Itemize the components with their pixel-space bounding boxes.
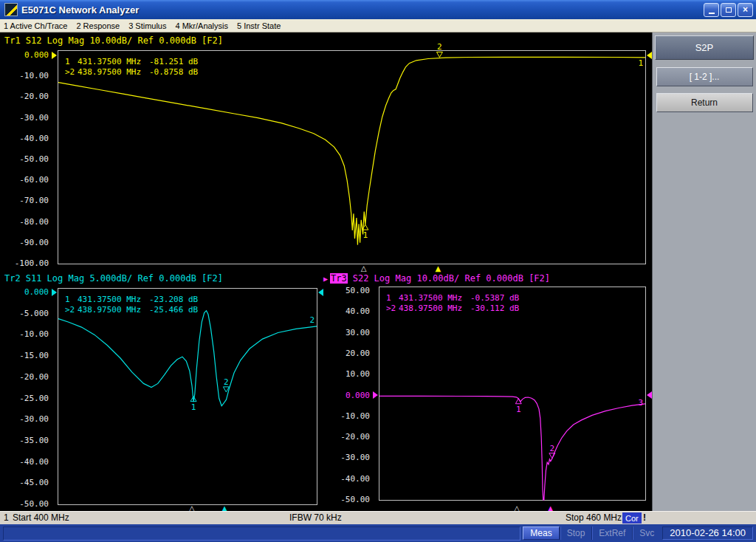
y-axis-tick-label: -10.00 — [0, 329, 53, 340]
marker-value: -30.112 dB — [470, 303, 519, 314]
marker-frequency: 431.37500 MHz — [399, 293, 470, 303]
y-axis-tick-label: -50.00 — [0, 154, 53, 165]
trace-curve — [379, 396, 645, 500]
ifbw-indicator: IFBW 70 kHz — [289, 512, 342, 524]
start-frequency: Start 400 MHz — [13, 512, 69, 524]
system-bar: Meas Stop ExtRef Svc 2010-02-26 14:00 — [0, 524, 756, 542]
marker-select: >2 — [65, 305, 78, 315]
trace3-header: ▶Tr3S22 Log Mag 10.00dB/ Ref 0.000dB [F2… — [323, 273, 550, 284]
y-axis-tick-label: -10.00 — [0, 71, 53, 81]
marker-value: -81.251 dB — [149, 57, 198, 67]
y-axis-tick-label: -60.00 — [0, 175, 53, 185]
y-axis-tick-label: -40.00 — [323, 474, 374, 484]
trace-curve — [58, 311, 317, 406]
marker-2-label: 2 — [437, 42, 442, 52]
menu-item-mkr-analysis[interactable]: 4 Mkr/Analysis — [175, 21, 228, 30]
alert-indicator: ! — [643, 512, 646, 524]
marker-1-label: 1 — [191, 402, 196, 412]
datetime-display: 2010-02-26 14:00 — [662, 526, 753, 540]
y-axis-tick-label: 30.00 — [323, 328, 374, 338]
y-axis-tick-label: -50.00 — [0, 499, 53, 510]
window-title: E5071C Network Analyzer — [21, 4, 139, 16]
y-axis-tick-label: -90.00 — [0, 238, 53, 248]
tr3-s22-plot: 123 1431.37500 MHz-0.5387 dB >2438.97500… — [379, 287, 646, 501]
menu-item-response[interactable]: 2 Response — [76, 21, 120, 30]
marker-select: 1 — [386, 293, 399, 303]
restore-button[interactable] — [721, 3, 736, 17]
marker-select: 1 — [65, 57, 78, 67]
y-axis-tick-label: -15.00 — [0, 351, 53, 361]
meas-indicator: Meas — [523, 526, 559, 540]
softkey-return[interactable]: Return — [656, 93, 753, 112]
correction-indicator: Cor — [622, 512, 642, 524]
y-axis-tick-label: 0.000 — [0, 50, 53, 61]
marker-value: -0.5387 dB — [470, 293, 519, 303]
marker-readout-row: 1431.37500 MHz-23.208 dB — [65, 295, 198, 305]
marker-readout-row: 1431.37500 MHz-81.251 dB — [65, 57, 198, 67]
stop-frequency: Stop 460 MHz — [566, 512, 622, 524]
menu-bar: 1 Active Ch/Trace 2 Response 3 Stimulus … — [0, 19, 756, 32]
y-axis-tick-label: 40.00 — [323, 306, 374, 317]
y-axis-tick-label: 10.00 — [323, 369, 374, 380]
marker-2-label: 2 — [550, 444, 555, 453]
tr1-trace-canvas: 121 — [58, 55, 645, 264]
marker-frequency: 438.97500 MHz — [399, 303, 470, 314]
tr3-trace-canvas: 123 — [379, 291, 645, 500]
y-axis-tick-label: 0.000 — [0, 287, 53, 298]
y-axis-tick-label: -30.00 — [0, 414, 53, 425]
y-axis-tick-label: -20.00 — [0, 92, 53, 102]
tr1-stimulus-markers: △▲ — [58, 265, 645, 273]
marker-1-label: 1 — [362, 230, 368, 240]
trace1-header: Tr1S12 Log Mag 10.00dB/ Ref 0.000dB [F2] — [4, 35, 223, 46]
marker-value: -0.8758 dB — [149, 67, 198, 78]
marker-select: >2 — [65, 67, 78, 78]
app-icon — [4, 3, 18, 16]
svc-indicator: Svc — [632, 526, 661, 540]
trace2-descr: S11 Log Mag 5.000dB/ Ref 0.000dB [F2] — [26, 273, 223, 284]
y-axis-tick-label: -5.000 — [0, 309, 53, 319]
restore-icon — [726, 7, 732, 13]
marker-1-label: 1 — [516, 405, 521, 414]
marker-readout-row: >2438.97500 MHz-30.112 dB — [386, 303, 519, 314]
marker-value: -23.208 dB — [149, 295, 198, 305]
marker-frequency: 431.37500 MHz — [78, 295, 149, 305]
softkey-ports-1-2[interactable]: [ 1-2 ]... — [656, 67, 753, 86]
channel-indicator: 1 — [4, 512, 9, 524]
trace3-id: Tr3 — [330, 273, 348, 284]
trace-number-label: 1 — [638, 58, 643, 68]
marker-readout-row: 1431.37500 MHz-0.5387 dB — [386, 293, 519, 303]
close-button[interactable]: × — [738, 3, 753, 17]
y-axis-tick-label: 50.00 — [323, 286, 374, 296]
softkey-menu: S2P [ 1-2 ]... Return — [652, 32, 756, 511]
trace2-id: Tr2 — [4, 273, 21, 284]
tr2-marker-readout: 1431.37500 MHz-23.208 dB >2438.97500 MHz… — [65, 295, 198, 315]
tr1-s12-plot: 121 1431.37500 MHz-81.251 dB >2438.97500… — [58, 50, 646, 264]
trace2-header: Tr2S11 Log Mag 5.000dB/ Ref 0.000dB [F2] — [4, 273, 223, 284]
menu-item-stimulus[interactable]: 3 Stimulus — [128, 21, 166, 30]
marker-readout-row: >2438.97500 MHz-0.8758 dB — [65, 67, 198, 78]
tr1-marker-readout: 1431.37500 MHz-81.251 dB >2438.97500 MHz… — [65, 57, 198, 78]
y-axis-tick-label: -80.00 — [0, 217, 53, 227]
menu-item-instr-state[interactable]: 5 Instr State — [237, 21, 281, 30]
marker-select: >2 — [386, 303, 399, 314]
tr3-marker-readout: 1431.37500 MHz-0.5387 dB >2438.97500 MHz… — [386, 293, 519, 314]
marker-frequency: 438.97500 MHz — [78, 67, 149, 78]
title-bar: E5071C Network Analyzer × — [0, 0, 756, 19]
stimulus-marker-2-indicator: ▲ — [435, 265, 441, 272]
marker-frequency: 438.97500 MHz — [78, 305, 149, 315]
stimulus-marker-1-indicator: △ — [361, 265, 367, 272]
minimize-button[interactable] — [704, 3, 719, 17]
instrument-display: Tr1S12 Log Mag 10.00dB/ Ref 0.000dB [F2]… — [0, 32, 652, 511]
close-icon: × — [743, 4, 748, 15]
y-axis-tick-label: -30.00 — [0, 113, 53, 123]
y-axis-tick-label: -10.00 — [323, 411, 374, 422]
y-axis-tick-label: -70.00 — [0, 196, 53, 206]
system-bar-spacer — [3, 526, 520, 541]
y-axis-tick-label: -40.00 — [0, 134, 53, 144]
y-axis-tick-label: -45.00 — [0, 478, 53, 488]
tr3-ref-level-indicator-left — [373, 391, 378, 399]
minimize-icon — [709, 13, 715, 14]
y-axis-tick-label: -20.00 — [323, 432, 374, 442]
menu-item-active-ch-trace[interactable]: 1 Active Ch/Trace — [4, 21, 67, 30]
trace-curve — [58, 57, 645, 244]
